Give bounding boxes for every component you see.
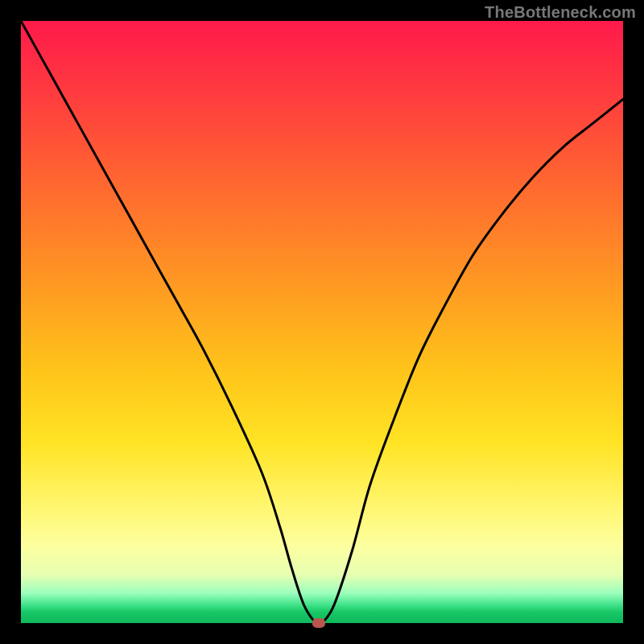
curve-path (21, 21, 623, 623)
minimum-marker (312, 618, 325, 628)
plot-area (21, 21, 623, 623)
watermark-text: TheBottleneck.com (485, 3, 636, 22)
chart-frame: TheBottleneck.com (0, 0, 644, 644)
bottleneck-curve (21, 21, 623, 623)
